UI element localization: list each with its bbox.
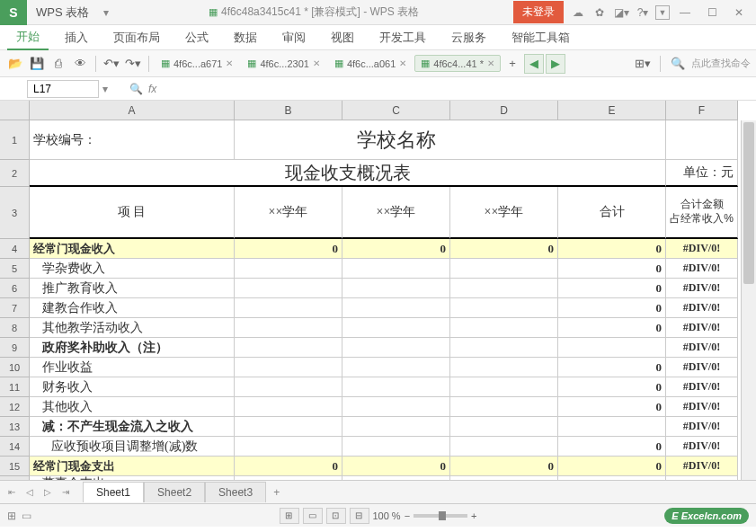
menu-tab-dev[interactable]: 开发工具 [370,26,435,49]
skin-icon[interactable]: ◪▾ [612,4,630,22]
add-sheet-icon[interactable]: + [266,483,287,502]
cell[interactable]: 0 [558,318,666,338]
fx-label[interactable]: fx [148,83,156,95]
row-header[interactable]: 8 [0,318,30,338]
row-header[interactable]: 5 [0,259,30,279]
row-header[interactable]: 6 [0,279,30,298]
cell[interactable]: 其他教学活动收入 [30,318,235,338]
cell[interactable]: 建教合作收入 [30,298,235,318]
cell[interactable] [450,259,558,279]
cell[interactable] [235,279,342,298]
sheet-tab-1[interactable]: Sheet1 [83,482,144,502]
cell[interactable]: 0 [558,239,666,259]
login-button[interactable]: 未登录 [513,1,564,23]
cell[interactable] [342,318,450,338]
cell[interactable]: 经常门现金收入 [30,239,235,259]
menu-tab-tools[interactable]: 智能工具箱 [503,26,579,49]
zoom-out-icon[interactable]: − [405,510,410,521]
doc-tab-1[interactable]: ▦4f6c...a671✕ [155,55,239,72]
row-header[interactable]: 1 [0,120,30,160]
cloud-icon[interactable]: ☁ [569,4,587,22]
cell[interactable] [235,437,342,457]
cell[interactable] [235,298,342,318]
row-header[interactable]: 14 [0,437,30,457]
cell[interactable] [342,338,450,358]
cell[interactable]: 应收预收项目调整增(减)数 [30,437,235,457]
view-normal-icon[interactable]: ⊞ [279,508,298,524]
menu-tab-formula[interactable]: 公式 [176,26,218,49]
cell[interactable]: 政府奖补助收入（注） [30,338,235,358]
row-header[interactable]: 9 [0,338,30,358]
cell[interactable] [235,417,342,437]
menu-tab-review[interactable]: 审阅 [273,26,315,49]
col-header-a[interactable]: A [30,101,235,120]
cell[interactable] [450,298,558,318]
cell-header[interactable]: 合计 [558,187,666,239]
cell[interactable]: #DIV/0! [666,279,738,298]
cell[interactable]: 学杂费收入 [30,259,235,279]
search-hint[interactable]: 点此查找命令 [691,57,751,70]
col-header-f[interactable]: F [666,101,738,120]
cell[interactable] [450,476,558,480]
close-tab-icon[interactable]: ✕ [399,58,406,68]
row-header[interactable]: 12 [0,397,30,417]
minimize-button[interactable]: — [673,4,697,22]
cell[interactable] [450,417,558,437]
cell[interactable] [342,377,450,397]
cell[interactable]: 0 [558,358,666,377]
row-header[interactable]: 2 [0,160,30,187]
cell[interactable]: #DIV/0! [666,377,738,397]
cell[interactable]: #DIV/0! [666,417,738,437]
namebox-dropdown-icon[interactable]: ▾ [99,83,111,95]
cell[interactable]: #DIV/0! [666,239,738,259]
cell[interactable]: 作业收益 [30,358,235,377]
cell-title[interactable]: 学校名称 [235,120,558,160]
sheet-next-icon[interactable]: ▷ [40,484,56,501]
cell[interactable]: 0 [558,279,666,298]
cell-header[interactable]: ××学年 [450,187,558,239]
sheet-tab-2[interactable]: Sheet2 [144,482,205,502]
window-icon[interactable]: ⊞▾ [633,54,653,74]
cell[interactable]: 0 [342,457,450,476]
sheet-tab-3[interactable]: Sheet3 [205,482,266,502]
cell[interactable]: 0 [558,437,666,457]
cell[interactable] [558,476,666,480]
view-read-icon[interactable]: ⊟ [349,508,369,524]
cell[interactable]: 0 [558,377,666,397]
help-icon[interactable]: ?▾ [634,4,652,22]
cell[interactable] [450,279,558,298]
cell[interactable] [558,338,666,358]
cell[interactable]: #DIV/0! [666,338,738,358]
menu-tab-home[interactable]: 开始 [7,25,49,50]
row-header[interactable]: 4 [0,239,30,259]
nav-right-icon[interactable]: ▶ [546,54,565,74]
menu-tab-data[interactable]: 数据 [225,26,266,49]
cell[interactable]: 0 [558,457,666,476]
cell[interactable]: #DIV/0! [666,358,738,377]
view-break-icon[interactable]: ⊡ [325,508,345,524]
cell-header[interactable]: 合计金额占经常收入% [666,187,738,239]
cell[interactable] [342,397,450,417]
cell[interactable] [342,476,450,480]
cell[interactable]: 董事会支出 [30,476,235,480]
cell-subtitle[interactable]: 现金收支概况表 [30,160,666,187]
add-tab-icon[interactable]: + [503,54,522,74]
gear-icon[interactable]: ✿ [591,4,609,22]
cell[interactable]: 经常门现金支出 [30,457,235,476]
cell[interactable]: 0 [558,259,666,279]
cell-header[interactable]: ××学年 [342,187,450,239]
close-tab-icon[interactable]: ✕ [487,58,494,68]
col-header-e[interactable]: E [558,101,666,120]
cell[interactable] [450,377,558,397]
cell[interactable] [235,259,342,279]
cell[interactable]: 财务收入 [30,377,235,397]
menu-tab-layout[interactable]: 页面布局 [104,26,169,49]
print-icon[interactable]: ⎙ [49,54,68,74]
cell[interactable]: #DIV/0! [666,397,738,417]
zoom-slider[interactable] [414,514,467,518]
cell[interactable]: 减：不产生现金流入之收入 [30,417,235,437]
close-tab-icon[interactable]: ✕ [226,58,233,68]
cell[interactable]: #DIV/0! [666,437,738,457]
cell[interactable]: 0 [235,457,342,476]
cell[interactable]: #DIV/0! [666,318,738,338]
